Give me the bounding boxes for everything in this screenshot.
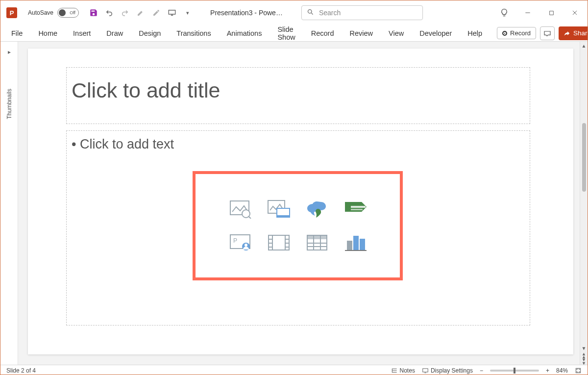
document-title[interactable]: Presentation3 - Powe… [210,9,283,17]
present-icon[interactable] [167,8,177,18]
tab-file[interactable]: File [10,27,24,39]
insert-smartart-icon[interactable] [343,200,367,219]
svg-point-17 [245,244,247,247]
minimize-button[interactable] [521,6,535,20]
svg-line-7 [248,216,251,219]
autosave-toggle[interactable]: Off [57,8,79,18]
tab-help[interactable]: Help [466,27,483,39]
svg-rect-3 [549,11,553,15]
insert-video-icon[interactable] [267,233,291,252]
svg-rect-13 [351,209,363,210]
tab-home[interactable]: Home [37,27,58,39]
autosave-state: Off [70,10,75,15]
next-slide-icon[interactable]: ▼▼ [582,358,586,365]
zoom-out-button[interactable]: − [480,367,483,374]
tab-slideshow[interactable]: Slide Show [276,24,296,43]
notes-label: Notes [400,367,415,374]
svg-rect-12 [351,206,366,208]
insert-cameo-icon[interactable]: P [229,233,252,252]
svg-rect-28 [307,235,327,239]
content-placeholder-text: • Click to add text [72,137,525,152]
search-input[interactable]: Search [301,5,423,20]
tab-animations[interactable]: Animations [226,27,263,39]
svg-rect-34 [353,236,359,250]
maximize-button[interactable] [544,6,558,20]
autosave-label: AutoSave [28,9,53,16]
insert-icons-icon[interactable] [305,200,329,219]
share-icon [564,30,570,37]
insert-chart-icon[interactable] [343,233,367,252]
display-settings-button[interactable]: Display Settings [422,367,473,374]
svg-rect-39 [576,368,580,373]
share-label: Share [573,29,588,37]
ribbon-tabs: File Home Insert Draw Design Transitions… [0,25,588,42]
scroll-thumb[interactable] [582,123,586,192]
close-button[interactable] [568,6,582,20]
slide[interactable]: Click to add title • Click to add text [28,49,573,354]
svg-rect-33 [347,241,352,250]
notes-button[interactable]: Notes [391,367,415,374]
comments-button[interactable] [540,26,555,40]
share-button[interactable]: Share ⌄ [559,26,588,40]
app-icon: P [6,7,17,18]
fit-to-window-button[interactable] [575,367,582,374]
tab-record[interactable]: Record [310,27,335,39]
draw2-icon[interactable] [151,8,161,18]
slide-canvas-area: Click to add title • Click to add text [18,42,580,365]
tab-draw[interactable]: Draw [105,27,124,39]
svg-point-0 [308,9,312,13]
tab-review[interactable]: Review [348,27,374,39]
status-bar: Slide 2 of 4 Notes Display Settings − + … [0,365,588,375]
tab-transitions[interactable]: Transitions [175,27,212,39]
record-dot-icon [502,31,507,36]
thumbnails-label: Thumbnails [6,89,13,119]
svg-rect-35 [360,239,365,250]
title-bar: P AutoSave Off ▾ Presentation3 - Powe… S… [0,0,588,25]
fit-icon [575,367,582,374]
title-placeholder[interactable]: Click to add title [66,67,530,124]
draw-icon[interactable] [136,8,146,18]
tab-design[interactable]: Design [138,27,162,39]
title-placeholder-text: Click to add title [72,78,525,102]
insert-pictures-icon[interactable] [267,200,291,219]
zoom-slider[interactable] [490,370,539,372]
insert-row-2: P [229,233,367,252]
svg-line-1 [311,13,313,14]
display-settings-label: Display Settings [431,367,473,374]
quick-access-toolbar: ▾ [89,8,193,18]
tab-view[interactable]: View [388,27,405,39]
search-icon [307,8,314,18]
expand-thumbnails-icon[interactable]: ▸ [8,49,11,55]
vertical-scrollbar[interactable]: ▲ ▼ ▲▲ ▼▼ [580,42,588,365]
qat-more-icon[interactable]: ▾ [183,8,193,18]
content-insert-panel: P [193,171,403,280]
slide-counter[interactable]: Slide 2 of 4 [6,367,36,374]
thumbnails-pane-collapsed[interactable]: ▸ Thumbnails [0,42,18,365]
tab-developer[interactable]: Developer [418,27,453,39]
insert-row-1 [229,200,367,219]
svg-text:P: P [233,237,237,244]
notes-icon [391,367,398,374]
svg-rect-37 [423,368,428,372]
zoom-slider-handle[interactable] [514,368,515,374]
lightbulb-icon[interactable] [497,6,511,20]
tab-insert[interactable]: Insert [72,27,92,39]
zoom-in-button[interactable]: + [546,367,549,374]
scroll-track[interactable] [580,50,588,345]
display-settings-icon [422,367,429,374]
redo-icon[interactable] [120,8,130,18]
undo-icon[interactable] [104,8,114,18]
svg-rect-10 [277,215,290,217]
work-area: ▸ Thumbnails Click to add title • Click … [0,42,588,365]
record-label: Record [510,29,531,37]
insert-stock-images-icon[interactable] [229,200,252,219]
save-icon[interactable] [89,8,98,18]
search-placeholder: Search [319,9,341,17]
zoom-level[interactable]: 84% [556,367,568,374]
toggle-knob-icon [59,9,66,16]
insert-table-icon[interactable] [305,233,329,252]
record-button[interactable]: Record [497,27,536,39]
scroll-up-icon[interactable]: ▲ [580,42,588,50]
